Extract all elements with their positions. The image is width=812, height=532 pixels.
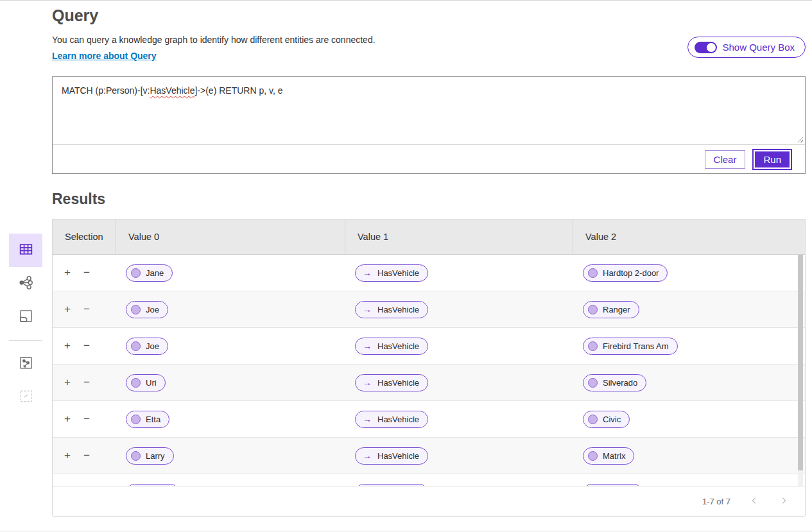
entity-label: Matrix — [603, 451, 625, 461]
relationship-pill[interactable]: →HasVehicle — [355, 447, 428, 465]
entity-pill[interactable]: Montero — [583, 484, 643, 486]
entity-label: Etta — [146, 415, 160, 424]
row-select-add-button[interactable]: + — [60, 375, 74, 390]
entity-label: Joe — [146, 305, 159, 314]
entity-pill[interactable]: Etta — [126, 411, 169, 428]
entity-label: Ranger — [603, 305, 630, 314]
entity-node-icon — [588, 268, 598, 278]
bottom-divider — [0, 531, 812, 531]
results-table: Selection Value 0 Value 1 Value 2 + − Ja… — [52, 219, 806, 517]
query-text: MATCH (p:Person)-[v: — [62, 85, 150, 96]
map-view-icon — [18, 308, 34, 327]
row-select-add-button[interactable]: + — [60, 302, 74, 316]
column-header-value0[interactable]: Value 0 — [116, 219, 345, 254]
relationship-label: HasVehicle — [377, 451, 419, 461]
entity-pill[interactable]: Larry — [126, 447, 174, 465]
resize-grip[interactable] — [796, 135, 803, 142]
chevron-right-icon — [779, 497, 788, 507]
relationship-pill[interactable]: →HasVehicle — [355, 374, 428, 391]
table-row: + − James →HasVehicle Montero — [53, 474, 805, 486]
toggle-switch-icon — [695, 42, 717, 53]
entity-pill[interactable]: Joe — [126, 301, 168, 318]
relationship-arrow-icon: → — [363, 377, 372, 388]
table-scrollbar[interactable] — [798, 255, 803, 486]
table-row: + − Etta →HasVehicle Civic — [53, 401, 805, 438]
row-select-add-button[interactable]: + — [60, 485, 74, 486]
entity-pill[interactable]: Civic — [583, 411, 630, 428]
table-row: + − Jane →HasVehicle Hardtop 2-door — [53, 255, 805, 291]
relationship-pill[interactable]: →HasVehicle — [355, 338, 428, 355]
row-select-add-button[interactable]: + — [60, 449, 74, 463]
relationship-label: HasVehicle — [377, 341, 419, 351]
entity-pill[interactable]: Jane — [126, 264, 173, 282]
learn-more-link[interactable]: Learn more about Query — [52, 51, 157, 61]
chevron-left-icon — [750, 497, 759, 507]
sidebar-item-table-view[interactable] — [9, 234, 42, 267]
table-row: + − Joe →HasVehicle Firebird Trans Am — [53, 328, 805, 365]
table-row: + − Uri →HasVehicle Silverado — [53, 365, 805, 401]
row-select-add-button[interactable]: + — [60, 412, 74, 426]
relationship-pill[interactable]: →HasVehicle — [355, 411, 428, 428]
entity-label: Hardtop 2-door — [603, 268, 659, 278]
entity-node-icon — [131, 415, 141, 424]
table-view-icon — [18, 241, 34, 260]
row-select-remove-button[interactable]: − — [80, 375, 94, 390]
query-page: Query You can query a knowledge graph to… — [0, 0, 812, 532]
relationship-arrow-icon: → — [363, 268, 372, 278]
sidebar-item-new-link-chart[interactable] — [9, 347, 42, 381]
row-select-remove-button[interactable]: − — [80, 302, 94, 316]
query-box: MATCH (p:Person)-[v:HasVehicle]->(e) RET… — [52, 76, 806, 174]
relationship-pill[interactable]: →HasVehicle — [355, 301, 428, 318]
results-title: Results — [52, 191, 105, 208]
sidebar-divider — [9, 340, 42, 341]
results-view-sidebar — [9, 234, 42, 414]
toggle-label: Show Query Box — [722, 42, 795, 53]
row-select-remove-button[interactable]: − — [80, 449, 94, 463]
row-select-remove-button[interactable]: − — [80, 266, 94, 280]
query-input[interactable]: MATCH (p:Person)-[v:HasVehicle]->(e) RET… — [53, 77, 805, 144]
relationship-pill[interactable]: →HasVehicle — [355, 264, 428, 282]
row-select-remove-button[interactable]: − — [80, 339, 94, 353]
entity-node-icon — [588, 415, 598, 424]
entity-node-icon — [131, 268, 141, 278]
entity-node-icon — [588, 341, 598, 351]
prev-page-button[interactable] — [745, 493, 764, 510]
page-title: Query — [52, 6, 98, 25]
row-select-add-button[interactable]: + — [60, 339, 74, 353]
entity-node-icon — [588, 451, 598, 461]
entity-pill[interactable]: Silverado — [583, 374, 646, 391]
sidebar-item-link-chart-view[interactable] — [9, 267, 42, 300]
entity-label: Uri — [146, 378, 157, 388]
row-select-remove-button[interactable]: − — [80, 412, 94, 426]
row-select-add-button[interactable]: + — [60, 266, 74, 280]
entity-node-icon — [588, 305, 598, 314]
relationship-arrow-icon: → — [363, 341, 372, 351]
query-text-suffix: ]->(e) RETURN p, v, e — [194, 85, 282, 96]
relationship-label: HasVehicle — [377, 305, 419, 314]
entity-pill[interactable]: Ranger — [583, 301, 639, 318]
entity-pill[interactable]: Firebird Trans Am — [583, 338, 678, 355]
page-description: You can query a knowledge graph to ident… — [52, 35, 376, 45]
entity-pill[interactable]: Matrix — [583, 447, 634, 465]
column-header-value1[interactable]: Value 1 — [345, 219, 573, 254]
entity-pill[interactable]: Uri — [126, 374, 166, 391]
entity-label: Firebird Trans Am — [603, 341, 669, 351]
clear-button[interactable]: Clear — [705, 150, 746, 169]
scrollbar-thumb[interactable] — [798, 255, 803, 470]
table-row: + − Larry →HasVehicle Matrix — [53, 438, 805, 474]
next-page-button[interactable] — [774, 493, 793, 510]
sidebar-item-map-view[interactable] — [9, 300, 42, 334]
link-chart-view-icon — [18, 275, 34, 293]
show-query-box-toggle[interactable]: Show Query Box — [687, 37, 806, 58]
table-header: Selection Value 0 Value 1 Value 2 — [53, 219, 805, 255]
column-header-value2[interactable]: Value 2 — [573, 219, 805, 254]
column-header-selection[interactable]: Selection — [53, 219, 116, 254]
run-button[interactable]: Run — [754, 150, 791, 169]
entity-pill[interactable]: Hardtop 2-door — [583, 264, 668, 282]
entity-pill[interactable]: James — [126, 484, 179, 486]
table-row: + − Joe →HasVehicle Ranger — [53, 291, 805, 328]
relationship-pill[interactable]: →HasVehicle — [355, 484, 428, 486]
relationship-label: HasVehicle — [377, 268, 419, 278]
entity-pill[interactable]: Joe — [126, 338, 168, 355]
row-select-remove-button[interactable]: − — [80, 485, 94, 486]
